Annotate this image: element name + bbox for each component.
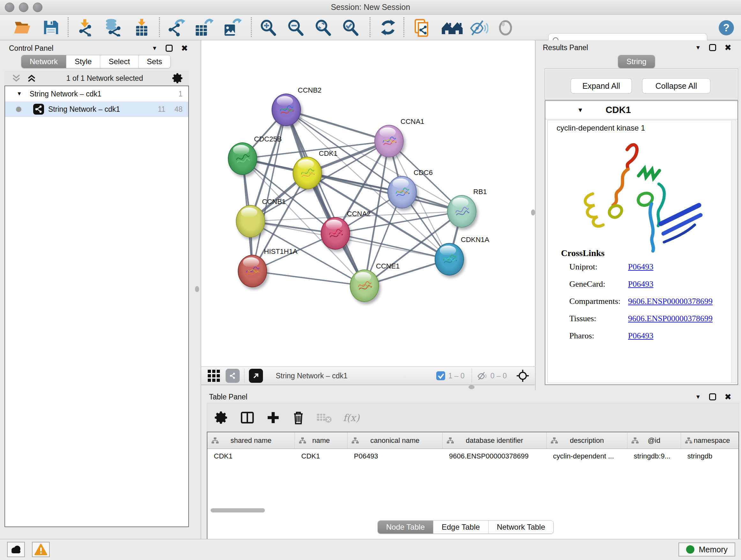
tab-sets[interactable]: Sets [138,55,171,68]
import-network-from-database-button[interactable] [103,18,121,37]
gene-detail-box: cyclin-dependent kinase 1 [547,120,736,383]
left-splitter-handle[interactable] [195,286,199,292]
network-node-CDKN1A[interactable] [434,243,464,275]
network-canvas[interactable]: CCNB2CCNA1CDC25BCDK1CDC6RB1CCNB1CCNA2CDK… [201,40,535,367]
network-edge[interactable] [286,110,364,286]
tab-style[interactable]: Style [66,55,100,68]
selected-checkbox-icon[interactable] [435,371,446,381]
results-scrollbar[interactable] [731,121,735,383]
save-session-button[interactable] [42,18,60,37]
panel-close-icon[interactable]: ✖ [724,44,731,51]
network-node-CDC25B[interactable] [228,142,257,175]
column-header-@id[interactable]: @id [627,432,681,449]
add-column-icon[interactable] [266,410,280,425]
network-node-CCNB1[interactable] [236,205,265,238]
network-edge[interactable] [253,271,364,286]
panel-close-icon[interactable]: ✖ [181,45,188,52]
network-edge[interactable] [286,110,389,141]
network-node-CCNE1[interactable] [350,269,379,302]
network-node-RB1[interactable] [447,195,476,228]
import-network-button[interactable] [77,18,94,37]
network-node-HIST1H1A[interactable] [238,255,267,287]
table-settings-gear-icon[interactable] [215,411,229,425]
bottom-splitter-handle[interactable] [468,385,475,389]
crosslink-link[interactable]: P06493 [628,331,653,341]
window-title: Session: New Session [0,3,741,12]
panel-float-icon[interactable] [709,393,716,400]
network-edge[interactable] [307,173,462,211]
delete-column-trash-icon[interactable] [291,410,306,425]
network-node-CDK1[interactable] [293,157,322,189]
table-cell: 9606.ENSP00000378699 [443,449,547,463]
network-node-CCNA2[interactable] [321,217,350,250]
open-external-button[interactable] [249,369,263,383]
node-structure-image [453,203,471,221]
zoom-in-button[interactable] [259,18,277,37]
right-splitter-handle[interactable] [531,209,535,215]
cloud-button[interactable] [7,542,25,557]
zoom-out-button[interactable] [286,18,305,37]
expand-all-button[interactable]: Expand All [570,78,632,94]
level-of-detail-button[interactable] [496,18,515,37]
network-node-CCNB2[interactable] [272,94,301,126]
collapse-all-icon[interactable] [11,73,22,84]
crosslink-link[interactable]: P06493 [628,279,653,289]
string-home-button[interactable] [441,18,463,37]
export-network-button[interactable] [167,18,185,37]
tab-network[interactable]: Network [21,55,66,68]
table-row[interactable]: CDK1CDK1P064939606.ENSP00000378699cyclin… [207,449,738,463]
string-style-toggle[interactable] [226,369,240,383]
hide-details-button[interactable] [469,18,487,37]
network-node-CCNA1[interactable] [374,125,404,158]
split-columns-icon[interactable] [240,410,255,425]
tab-string[interactable]: String [618,55,655,68]
crosslink-link[interactable]: 9606.ENSP00000378699 [628,297,713,306]
export-table-button[interactable] [194,18,212,37]
zoom-fit-button[interactable] [314,18,332,37]
crosslink-link[interactable]: 9606.ENSP00000378699 [628,314,713,323]
column-header-name[interactable]: name [295,432,347,449]
network-node-CDC6[interactable] [387,176,417,208]
node-label-CDC25B: CDC25B [254,135,282,143]
tab-network-table[interactable]: Network Table [488,521,554,534]
column-header-database-identifier[interactable]: database identifier [443,432,547,449]
export-image-button[interactable] [222,18,240,37]
panel-close-icon[interactable]: ✖ [724,393,731,400]
function-builder-button[interactable]: f(x) [343,412,359,423]
tab-node-table[interactable]: Node Table [378,521,433,534]
clone-network-button[interactable] [413,18,431,37]
panel-menu-icon[interactable]: ▼ [151,45,157,52]
memory-button[interactable]: Memory [678,543,735,557]
tab-edge-table[interactable]: Edge Table [433,521,488,534]
tab-select[interactable]: Select [100,55,138,68]
crosslink-link[interactable]: P06493 [628,262,653,272]
column-header-canonical-name[interactable]: canonical name [347,432,443,449]
panel-float-icon[interactable] [709,44,716,51]
share-icon [228,372,237,380]
network-edge[interactable] [335,233,449,259]
panel-menu-icon[interactable]: ▼ [695,44,701,51]
panel-float-icon[interactable] [165,45,173,52]
crosshair-icon[interactable] [516,369,530,383]
column-header-shared-name[interactable]: shared name [207,432,295,449]
warnings-button[interactable] [32,542,50,557]
panel-menu-icon[interactable]: ▼ [695,394,701,400]
open-file-button[interactable] [13,18,31,37]
collapse-all-button[interactable]: Collapse All [642,78,711,94]
results-panel-tabs: String [618,55,655,68]
import-table-button[interactable] [133,18,151,37]
column-header-description[interactable]: description [547,432,627,449]
gene-header-row[interactable]: ▼ CDK1 [545,101,738,119]
network-tree-row-selected[interactable]: String Network – cdk1 11 48 [5,102,188,117]
birdseye-grid-icon[interactable] [208,370,220,382]
tree-expand-icon[interactable]: ▼ [17,91,22,97]
expand-all-icon[interactable] [26,73,37,84]
refresh-layout-button[interactable] [379,18,397,37]
section-collapse-icon[interactable]: ▼ [577,107,583,114]
column-header-namespace[interactable]: namespace [681,432,739,449]
table-horizontal-scrollbar[interactable] [211,508,265,512]
network-tree-root-row[interactable]: ▼ String Network – cdk1 1 [5,86,188,102]
help-button[interactable]: ? [718,19,735,37]
gear-icon[interactable] [172,72,184,84]
zoom-selected-button[interactable] [341,18,359,37]
